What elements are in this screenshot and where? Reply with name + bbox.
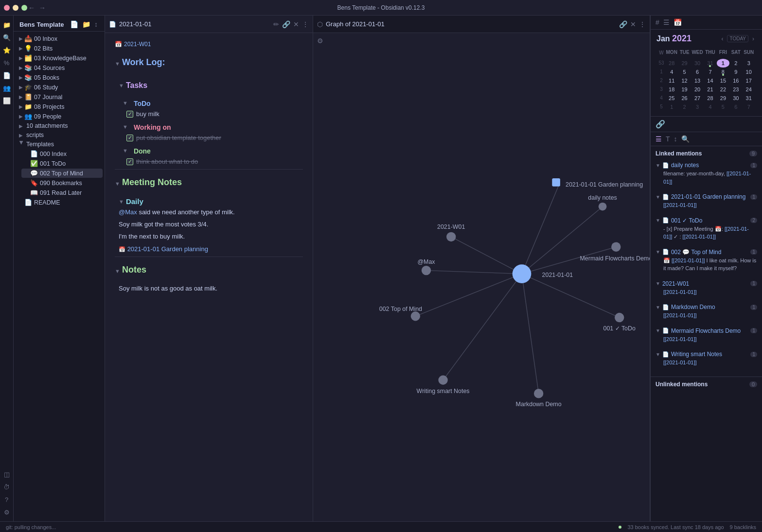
cal-day[interactable]: 21 bbox=[704, 85, 716, 94]
mention-file-link[interactable]: daily notes bbox=[671, 162, 699, 169]
close-tab-icon[interactable]: ✕ bbox=[293, 20, 299, 28]
copy-link-icon[interactable]: 🔗 bbox=[282, 20, 290, 28]
cal-day[interactable]: 26 bbox=[678, 94, 691, 103]
rail-bookmark-icon[interactable]: ⭐ bbox=[1, 45, 12, 55]
mention-expand-arrow[interactable]: ▼ bbox=[656, 218, 660, 223]
cal-day[interactable]: 11 bbox=[665, 76, 678, 85]
sort-mentions-icon[interactable]: ↕ bbox=[674, 135, 677, 143]
mention-expand-arrow[interactable]: ▼ bbox=[656, 328, 660, 333]
mention-internal-link[interactable]: [[2021-01-01]] bbox=[663, 336, 697, 342]
graph-close-icon[interactable]: ✕ bbox=[630, 20, 636, 28]
mention-file-link[interactable]: Writing smart Notes bbox=[671, 351, 722, 358]
cal-day[interactable]: 16 bbox=[729, 76, 742, 85]
mention-internal-link[interactable]: [[2021-01-01]] bbox=[663, 312, 697, 318]
cal-prev-button[interactable]: ‹ bbox=[719, 34, 725, 43]
cal-day[interactable]: 15 bbox=[717, 76, 729, 85]
cal-day[interactable]: 7 bbox=[743, 103, 755, 111]
rail-grid-icon[interactable]: ⬜ bbox=[1, 95, 12, 106]
maximize-button[interactable] bbox=[21, 5, 27, 11]
rail-help-icon[interactable]: ? bbox=[1, 494, 12, 505]
rail-settings-icon[interactable]: ⚙ bbox=[1, 507, 12, 517]
list-icon[interactable]: ☰ bbox=[663, 18, 670, 26]
sidebar-item-books[interactable]: ▶ 📚 05 Books bbox=[16, 73, 103, 82]
cal-day[interactable]: 6 bbox=[729, 103, 742, 111]
sidebar-item-journal[interactable]: ▶ 📔 07 Journal bbox=[16, 92, 103, 102]
cal-day[interactable]: 2 bbox=[729, 59, 742, 68]
cal-day[interactable]: 27 bbox=[691, 94, 704, 103]
garden-link-text[interactable]: 2021-01-01 Garden planning bbox=[127, 245, 208, 253]
hashtag-icon[interactable]: # bbox=[656, 18, 659, 26]
graph-more-icon[interactable]: ⋮ bbox=[639, 20, 646, 28]
mention-internal-link2[interactable]: [[2021-01-01]] bbox=[683, 234, 716, 240]
rail-clock-icon[interactable]: ⏱ bbox=[1, 481, 12, 492]
cal-day[interactable]: 20 bbox=[691, 85, 704, 94]
sidebar-item-inbox[interactable]: ▶ 📥 00 Inbox bbox=[16, 34, 103, 43]
mention-file-link[interactable]: Markdown Demo bbox=[671, 304, 715, 310]
sidebar-item-study[interactable]: ▶ 🎓 06 Study bbox=[16, 83, 103, 92]
sidebar-item-readme[interactable]: 📄 README bbox=[16, 198, 103, 207]
sidebar-item-todo-template[interactable]: ✅ 001 ToDo bbox=[21, 159, 103, 168]
rail-layers-icon[interactable]: ◫ bbox=[1, 469, 12, 480]
cal-day[interactable]: 31 bbox=[743, 94, 755, 103]
cal-day[interactable]: 23 bbox=[729, 85, 742, 94]
sidebar-item-sources[interactable]: ▶ 📚 04 Sources bbox=[16, 63, 103, 72]
forward-button[interactable]: → bbox=[39, 4, 46, 12]
graph-settings-icon[interactable]: ⚙ bbox=[317, 37, 323, 45]
cal-day[interactable]: 19 bbox=[678, 85, 691, 94]
cal-day-today[interactable]: 1 bbox=[717, 59, 729, 68]
cal-day[interactable]: 29 bbox=[717, 94, 729, 103]
graph-link-icon[interactable]: 🔗 bbox=[619, 20, 627, 28]
mention-file-link[interactable]: 2021-01-01 Garden planning bbox=[671, 193, 745, 200]
mention-expand-arrow[interactable]: ▼ bbox=[656, 163, 660, 168]
weekly-link-text[interactable]: 2021-W01 bbox=[124, 41, 151, 48]
cal-day[interactable]: 30 bbox=[691, 59, 704, 68]
mention-file-link[interactable]: 2021-W01 bbox=[662, 280, 689, 287]
cal-day[interactable]: 12 bbox=[678, 76, 691, 85]
cal-day[interactable]: 18 bbox=[665, 85, 678, 94]
cal-day[interactable]: 13 bbox=[691, 76, 704, 85]
cal-today-button[interactable]: TODAY bbox=[727, 35, 748, 42]
cal-day[interactable]: 4 bbox=[665, 68, 678, 76]
task-checkbox[interactable]: ✓ bbox=[126, 111, 133, 118]
close-button[interactable] bbox=[4, 5, 10, 11]
sidebar-item-scripts[interactable]: ▶ scripts bbox=[16, 131, 103, 139]
mention-expand-arrow[interactable]: ▼ bbox=[656, 305, 660, 310]
sort-button[interactable]: ↕ bbox=[93, 19, 99, 29]
mention-internal-link[interactable]: [[2021-01-01]] bbox=[672, 257, 705, 263]
cal-day[interactable]: 14 bbox=[704, 76, 716, 85]
cal-day[interactable]: 30 bbox=[729, 94, 742, 103]
edit-icon[interactable]: ✏ bbox=[273, 20, 279, 28]
weekly-link[interactable]: 📅 2021-W01 bbox=[115, 41, 303, 48]
cal-day[interactable]: 6 bbox=[691, 68, 704, 76]
mention-file-link[interactable]: 002 💬 Top of Mind bbox=[671, 249, 722, 256]
mention-expand-arrow[interactable]: ▼ bbox=[656, 249, 660, 255]
calendar-icon-tp[interactable]: 📅 bbox=[673, 18, 682, 26]
new-folder-button[interactable]: 📁 bbox=[81, 19, 91, 29]
sidebar-item-attachments[interactable]: ▶ 10 attachments bbox=[16, 121, 103, 130]
garden-planning-link[interactable]: 📅 2021-01-01 Garden planning bbox=[119, 245, 303, 253]
cal-day[interactable]: 29 bbox=[678, 59, 691, 68]
sidebar-item-read-later[interactable]: 📖 091 Read Later bbox=[21, 188, 103, 197]
cal-day[interactable]: 17 bbox=[743, 76, 755, 85]
mention-file-link[interactable]: Mermaid Flowcharts Demo bbox=[671, 327, 741, 334]
rail-files-icon[interactable]: 📁 bbox=[1, 19, 12, 30]
mention-file-link[interactable]: 001 ✓ ToDo bbox=[671, 217, 703, 224]
cal-day[interactable]: 25 bbox=[665, 94, 678, 103]
sidebar-item-bits[interactable]: ▶ 💡 02 Bits bbox=[16, 44, 103, 53]
rail-doc-icon[interactable]: 📄 bbox=[1, 70, 12, 81]
mention-internal-link[interactable]: [[2021-01-01]] bbox=[663, 202, 697, 208]
mention-internal-link[interactable]: [[2021-01-01]] bbox=[663, 171, 751, 185]
task-checkbox[interactable]: ✓ bbox=[126, 135, 133, 141]
mention-max[interactable]: @Max bbox=[119, 208, 137, 216]
minimize-button[interactable] bbox=[13, 5, 18, 11]
sidebar-item-knowledgebase[interactable]: ▶ 🗂️ 03 KnowledgeBase bbox=[16, 53, 103, 63]
bullet-list-icon[interactable]: ☰ bbox=[656, 135, 662, 143]
heading-icon[interactable]: T bbox=[666, 135, 670, 143]
back-button[interactable]: ← bbox=[28, 4, 35, 12]
cal-day[interactable]: 28 bbox=[665, 59, 678, 68]
rail-people-icon[interactable]: 👥 bbox=[1, 83, 12, 93]
sidebar-item-projects[interactable]: ▶ 📁 08 Projects bbox=[16, 102, 103, 111]
cal-day[interactable]: 10 bbox=[743, 68, 755, 76]
mention-internal-link[interactable]: [[2021-01-01]] bbox=[663, 289, 697, 295]
task-checkbox[interactable]: ✓ bbox=[126, 158, 133, 165]
